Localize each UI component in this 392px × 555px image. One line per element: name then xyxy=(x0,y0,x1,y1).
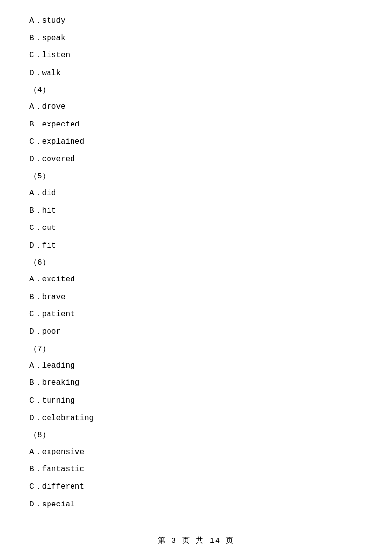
list-item: C．turning xyxy=(29,395,363,407)
list-item: A．did xyxy=(29,187,363,200)
list-item: A．drove xyxy=(29,101,363,114)
list-item: B．breaking xyxy=(29,377,363,390)
list-item: B．expected xyxy=(29,119,363,131)
page-footer: 第 3 页 共 14 页 xyxy=(0,536,392,545)
list-item: A．study xyxy=(29,15,363,27)
list-item: A．leading xyxy=(29,360,363,373)
list-item: D．celebrating xyxy=(29,412,363,425)
list-item: C．listen xyxy=(29,50,363,62)
list-item: B．hit xyxy=(29,205,363,218)
section-label: （8） xyxy=(29,429,363,442)
list-item: D．special xyxy=(29,499,363,511)
list-item: C．cut xyxy=(29,222,363,235)
list-item: D．poor xyxy=(29,326,363,339)
list-item: A．excited xyxy=(29,274,363,286)
section-label: （7） xyxy=(29,343,363,356)
list-item: B．fantastic xyxy=(29,463,363,476)
list-item: C．explained xyxy=(29,136,363,149)
list-item: D．walk xyxy=(29,67,363,80)
section-label: （6） xyxy=(29,257,363,270)
main-content: A．study B．speak C．listen D．walk （4） A．dr… xyxy=(0,0,392,545)
list-item: C．different xyxy=(29,481,363,494)
list-item: A．expensive xyxy=(29,446,363,459)
list-item: D．fit xyxy=(29,240,363,252)
list-item: C．patient xyxy=(29,308,363,321)
list-item: B．brave xyxy=(29,291,363,304)
section-label: （5） xyxy=(29,171,363,183)
section-label: （4） xyxy=(29,84,363,97)
list-item: D．covered xyxy=(29,153,363,166)
list-item: B．speak xyxy=(29,32,363,45)
